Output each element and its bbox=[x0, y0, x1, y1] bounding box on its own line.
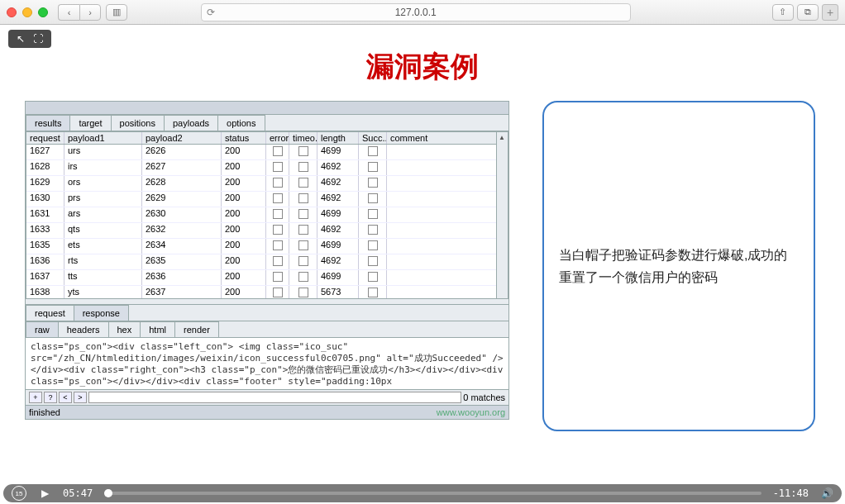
table-rows: 1627urs262620046991628irs262720046921629… bbox=[26, 145, 508, 298]
table-header: request payload1 payload2 status error t… bbox=[26, 132, 508, 145]
col-request[interactable]: request bbox=[26, 132, 64, 144]
play-button[interactable]: ▶ bbox=[38, 487, 51, 500]
search-row: + ? < > 0 matches bbox=[26, 389, 508, 405]
col-success[interactable]: Succ... bbox=[359, 132, 387, 144]
search-input[interactable] bbox=[88, 392, 461, 403]
tab-positions[interactable]: positions bbox=[111, 115, 165, 131]
tab-render[interactable]: render bbox=[174, 321, 219, 337]
tab-payloads[interactable]: payloads bbox=[164, 115, 218, 131]
watermark: www.wooyun.org bbox=[437, 407, 505, 417]
nav-buttons: ‹ › bbox=[58, 4, 101, 21]
reload-icon[interactable]: ⟳ bbox=[207, 7, 215, 18]
search-help[interactable]: ? bbox=[44, 392, 57, 403]
nav-forward-button[interactable]: › bbox=[79, 4, 101, 21]
col-timeout[interactable]: timeo.. bbox=[289, 132, 317, 144]
table-row[interactable]: 1636rts26352004692 bbox=[26, 254, 508, 270]
col-status[interactable]: status bbox=[222, 132, 266, 144]
results-table: request payload1 payload2 status error t… bbox=[26, 131, 508, 299]
table-row[interactable]: 1635ets26342004699 bbox=[26, 239, 508, 254]
tabs-button[interactable]: ⧉ bbox=[797, 4, 819, 21]
skip-back-15-button[interactable]: 15 bbox=[12, 486, 26, 501]
nav-back-button[interactable]: ‹ bbox=[58, 4, 79, 21]
tab-results[interactable]: results bbox=[26, 115, 70, 131]
new-tab-button[interactable]: + bbox=[822, 4, 838, 21]
elapsed-time: 05:47 bbox=[63, 487, 93, 499]
tab-hex[interactable]: hex bbox=[108, 321, 141, 337]
search-plus[interactable]: + bbox=[29, 392, 42, 403]
table-row[interactable]: 1637tts26362004699 bbox=[26, 270, 508, 286]
table-row[interactable]: 1631ars26302004699 bbox=[26, 207, 508, 223]
intruder-tabs: results target positions payloads option… bbox=[26, 115, 508, 131]
description-text: 当白帽子把验证码参数进行爆破,成功的重置了一个微信用户的密码 bbox=[559, 244, 799, 288]
table-row[interactable]: 1628irs26272004692 bbox=[26, 160, 508, 176]
table-row[interactable]: 1629ors26282004692 bbox=[26, 176, 508, 192]
share-button[interactable]: ⇧ bbox=[772, 4, 794, 21]
page-content: 漏洞案例 results target positions payloads o… bbox=[0, 25, 845, 486]
tab-options[interactable]: options bbox=[217, 115, 265, 131]
tab-html[interactable]: html bbox=[140, 321, 175, 337]
col-payload2[interactable]: payload2 bbox=[142, 132, 222, 144]
slide-title: 漏洞案例 bbox=[0, 48, 845, 86]
fullscreen-icon[interactable]: ⛶ bbox=[33, 33, 43, 45]
col-comment[interactable]: comment bbox=[387, 132, 508, 144]
tab-raw[interactable]: raw bbox=[26, 321, 59, 337]
col-payload1[interactable]: payload1 bbox=[64, 132, 142, 144]
request-response-tabs: request response bbox=[26, 304, 508, 321]
burp-panel: results target positions payloads option… bbox=[25, 101, 509, 420]
sidebar-toggle-button[interactable]: ▥ bbox=[106, 4, 127, 21]
status-text: finished bbox=[29, 407, 60, 417]
minimize-window-icon[interactable] bbox=[22, 7, 32, 17]
close-window-icon[interactable] bbox=[7, 7, 17, 17]
response-view-tabs: raw headers hex html render bbox=[26, 321, 508, 338]
volume-button[interactable]: 🔊 bbox=[820, 487, 833, 500]
address-text: 127.0.0.1 bbox=[395, 7, 437, 18]
search-prev[interactable]: < bbox=[59, 392, 72, 403]
traffic-lights bbox=[7, 7, 48, 17]
screen-tools-pill: ↖ ⛶ bbox=[8, 30, 51, 48]
tab-headers[interactable]: headers bbox=[58, 321, 109, 337]
progress-track[interactable] bbox=[104, 492, 761, 495]
table-row[interactable]: 1630prs26292004692 bbox=[26, 192, 508, 207]
maximize-window-icon[interactable] bbox=[38, 7, 48, 17]
tab-response[interactable]: response bbox=[74, 305, 129, 321]
panel-strip bbox=[26, 102, 508, 115]
table-row[interactable]: 1633qts26322004692 bbox=[26, 223, 508, 239]
status-bar: finished www.wooyun.org bbox=[26, 405, 508, 419]
table-row[interactable]: 1638yts26372005673 bbox=[26, 286, 508, 298]
video-player-bar: 15 ▶ 05:47 -11:48 🔊 bbox=[3, 484, 842, 502]
table-row[interactable]: 1627urs26262004699 bbox=[26, 145, 508, 160]
response-body[interactable]: class="ps_con"><div class="left_con"> <i… bbox=[26, 338, 508, 389]
progress-thumb[interactable] bbox=[104, 489, 112, 497]
address-bar[interactable]: ⟳ 127.0.0.1 bbox=[201, 3, 631, 21]
col-length[interactable]: length bbox=[317, 132, 359, 144]
pointer-icon[interactable]: ↖ bbox=[17, 33, 25, 45]
tab-target[interactable]: target bbox=[69, 115, 111, 131]
description-box: 当白帽子把验证码参数进行爆破,成功的重置了一个微信用户的密码 bbox=[542, 101, 815, 431]
col-error[interactable]: error bbox=[266, 132, 289, 144]
scrollbar[interactable] bbox=[496, 132, 508, 298]
remaining-time: -11:48 bbox=[773, 487, 809, 499]
search-next[interactable]: > bbox=[74, 392, 87, 403]
tab-request[interactable]: request bbox=[26, 305, 74, 321]
matches-label: 0 matches bbox=[463, 392, 505, 402]
browser-toolbar: ‹ › ▥ ⟳ 127.0.0.1 ⇧ ⧉ + bbox=[0, 0, 845, 25]
